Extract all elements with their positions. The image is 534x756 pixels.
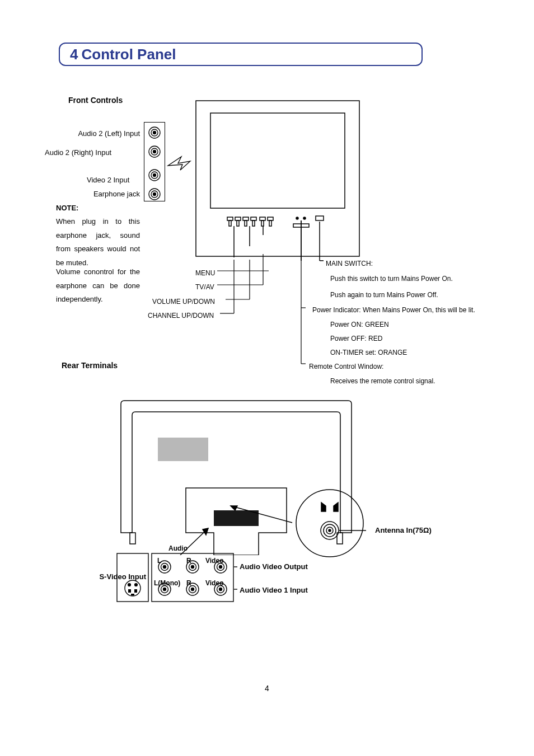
jack-icon-group <box>144 123 165 201</box>
R-label-top: R <box>186 557 191 565</box>
note-body1: When plug in to this earphone jack, soun… <box>56 215 140 270</box>
audio2-left-label: Audio 2 (Left) Input <box>45 127 140 141</box>
page-number: 4 <box>0 684 534 693</box>
svg-point-58 <box>329 529 331 532</box>
ontimer-label: ON-TIMER set: ORANGE <box>330 346 407 359</box>
main-switch-heading: MAIN SWITCH: <box>326 257 373 270</box>
video2-label: Video 2 Input <box>87 173 140 187</box>
L-label-top: L <box>157 557 161 565</box>
svg-marker-53 <box>203 528 208 535</box>
tvav-label: TV/AV <box>195 281 214 294</box>
antenna-label: Antenna In(75Ω) <box>375 526 432 534</box>
main-switch-line1: Push this switch to turn Mains Power On. <box>330 273 453 285</box>
audio2-right-label: Audio 2 (Right) Input <box>45 146 140 160</box>
svg-point-54 <box>296 490 363 557</box>
svg-point-85 <box>219 588 222 591</box>
video-label-top: Video <box>205 557 223 565</box>
rcw-desc-label: Receives the remote control signal. <box>330 375 435 388</box>
section-title-bar: 4 Control Panel <box>59 43 423 66</box>
svg-point-73 <box>191 566 194 569</box>
power-off-label: Power OFF: RED <box>330 332 382 345</box>
front-jack-panel <box>144 122 165 201</box>
section-title: Control Panel <box>81 46 176 63</box>
svg-rect-67 <box>131 594 134 595</box>
svg-point-11 <box>153 193 156 196</box>
av-output-label: Audio Video Output <box>240 562 308 571</box>
pointer-arrow-icon <box>167 156 191 172</box>
svg-rect-66 <box>134 589 137 593</box>
section-number: 4 <box>70 46 78 63</box>
svideo-label-text: S-Video Input <box>99 572 146 581</box>
antenna-zoom-icon <box>293 487 366 560</box>
menu-label: MENU <box>195 267 215 280</box>
svg-point-63 <box>128 584 131 586</box>
power-on-label: Power ON: GREEN <box>330 318 389 331</box>
audio-header-label: Audio <box>168 544 188 552</box>
rear-terminals-heading: Rear Terminals <box>62 361 118 370</box>
svg-point-82 <box>191 588 194 591</box>
svg-marker-12 <box>168 157 190 170</box>
svideo-label: S-Video Input <box>93 572 146 581</box>
svg-rect-47 <box>214 510 259 526</box>
rcw-label: Remote Control Window: <box>309 360 383 373</box>
ch-label: CHANNEL UP/DOWN <box>148 309 214 322</box>
svg-rect-46 <box>158 438 208 461</box>
av1-input-label: Audio Video 1 Input <box>240 586 308 594</box>
svg-point-76 <box>219 566 222 569</box>
svg-rect-65 <box>128 589 131 593</box>
power-indicator-label: Power Indicator: When Mains Power On, th… <box>312 304 475 317</box>
lmono-label: L(Mono) <box>154 579 180 587</box>
svg-point-5 <box>153 151 156 153</box>
svg-point-79 <box>163 588 166 591</box>
R-label-bottom: R <box>186 579 191 587</box>
svg-point-2 <box>153 132 156 134</box>
svg-point-62 <box>125 580 140 596</box>
note-heading: NOTE: <box>56 201 78 215</box>
svg-point-64 <box>135 584 138 586</box>
main-switch-line2: Push again to turn Mains Power Off. <box>330 289 438 302</box>
svg-rect-48 <box>130 533 135 544</box>
video-label-bottom: Video <box>205 579 223 587</box>
svg-point-8 <box>153 174 156 177</box>
svg-point-70 <box>163 566 166 569</box>
front-controls-heading: Front Controls <box>68 96 123 105</box>
earphone-label: Earphone jack <box>83 187 140 201</box>
note-body2: Volume conontrol for the earphone can be… <box>56 265 140 307</box>
vol-label: VOLUME UP/DOWN <box>152 295 215 308</box>
svg-marker-51 <box>231 506 237 510</box>
